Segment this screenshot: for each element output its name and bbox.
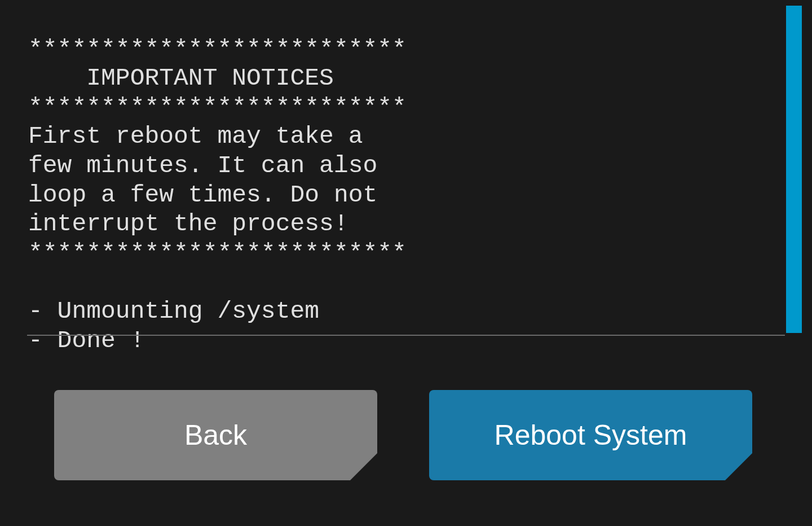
terminal-line: loop a few times. Do not	[28, 181, 377, 209]
terminal-line: **************************	[28, 239, 407, 267]
terminal-line: IMPORTANT NOTICES	[28, 64, 334, 92]
terminal-line: - Unmounting /system	[28, 297, 319, 325]
reboot-button-label: Reboot System	[495, 419, 687, 452]
divider	[27, 334, 785, 336]
terminal-output: ************************** IMPORTANT NOT…	[0, 0, 812, 366]
scrollbar-thumb[interactable]	[786, 6, 802, 333]
reboot-system-button[interactable]: Reboot System	[429, 390, 752, 480]
terminal-line: few minutes. It can also	[28, 152, 377, 179]
back-button[interactable]: Back	[54, 390, 377, 480]
terminal-line: **************************	[28, 94, 407, 121]
terminal-line: interrupt the process!	[28, 210, 348, 238]
terminal-line: - Done !	[28, 327, 144, 354]
terminal-line: **************************	[28, 36, 407, 63]
scrollbar[interactable]	[786, 5, 802, 333]
terminal-line: First reboot may take a	[28, 122, 363, 150]
terminal-output-container: ************************** IMPORTANT NOT…	[0, 0, 812, 336]
back-button-label: Back	[184, 419, 247, 452]
